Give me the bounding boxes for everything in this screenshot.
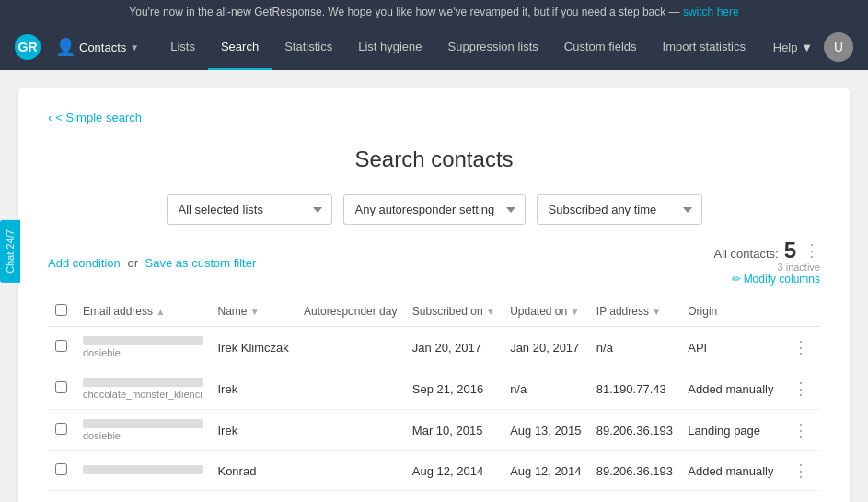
user-avatar[interactable]: U (824, 32, 853, 62)
updated-cell-4: Aug 12, 2014 (503, 451, 589, 491)
or-text: or (127, 256, 138, 270)
table-body: dosiebie Irek Klimczak Jan 20, 2017 Jan … (48, 327, 820, 491)
origin-cell-2: Added manually (680, 368, 781, 410)
row-checkbox-cell (48, 327, 75, 368)
nav-item-statistics[interactable]: Statistics (272, 24, 345, 70)
ip-col-label: IP address (596, 305, 649, 318)
name-cell-3[interactable]: Irek (210, 410, 296, 451)
updated-col-label: Updated on (510, 305, 567, 318)
row-menu-icon-1[interactable]: ⋮ (789, 338, 813, 356)
row-checkbox-2[interactable] (55, 381, 67, 393)
autoresponder-col-label: Autoresponder day (304, 305, 397, 318)
row-actions-4[interactable]: ⋮ (781, 451, 820, 491)
condition-row: Add condition or Save as custom filter A… (48, 239, 820, 286)
add-condition-link[interactable]: Add condition (48, 256, 121, 270)
row-checkbox-1[interactable] (55, 340, 67, 352)
email-blurred-2 (83, 378, 203, 387)
col-ip[interactable]: IP address ▼ (589, 297, 680, 327)
select-all-header (48, 297, 75, 327)
ip-cell-1: n/a (589, 327, 680, 368)
col-actions (781, 297, 820, 327)
row-menu-icon-3[interactable]: ⋮ (789, 421, 813, 439)
switch-link[interactable]: switch here (683, 6, 739, 18)
email-cell-4[interactable] (75, 451, 210, 491)
table-row: dosiebie Irek Klimczak Jan 20, 2017 Jan … (48, 327, 820, 368)
contacts-table: Email address ▲ Name ▼ Autoresponder day… (48, 297, 820, 491)
name-col-label: Name (217, 305, 247, 318)
name-cell-4[interactable]: Konrad (210, 451, 296, 491)
options-icon[interactable]: ⋮ (804, 240, 820, 261)
subscribed-sort-icon: ▼ (486, 307, 495, 317)
avatar-text: U (834, 40, 843, 54)
row-actions-1[interactable]: ⋮ (781, 327, 820, 368)
nav-item-search[interactable]: Search (208, 24, 272, 70)
row-actions-3[interactable]: ⋮ (781, 410, 820, 451)
row-checkbox-cell (48, 451, 75, 491)
condition-links: Add condition or Save as custom filter (48, 256, 256, 270)
subscribed-cell-1: Jan 20, 2017 (405, 327, 503, 368)
updated-sort-icon: ▼ (571, 307, 580, 317)
page-title: Search contacts (48, 146, 820, 172)
col-origin: Origin (680, 297, 781, 327)
row-checkbox-4[interactable] (55, 463, 67, 475)
row-menu-icon-4[interactable]: ⋮ (789, 461, 813, 480)
inactive-text: 3 inactive (732, 262, 820, 273)
nav-item-list-hygiene[interactable]: List hygiene (345, 24, 434, 70)
contacts-menu[interactable]: 👤 Contacts ▼ (55, 37, 139, 57)
nav-item-custom-fields[interactable]: Custom fields (551, 24, 650, 70)
help-chevron: ▼ (801, 41, 813, 54)
name-cell-2[interactable]: Irek (210, 368, 296, 410)
select-all-checkbox[interactable] (55, 304, 67, 316)
subscribed-col-label: Subscribed on (412, 305, 483, 318)
autoresponder-cell-4 (296, 451, 405, 491)
ip-cell-3: 89.206.36.193 (589, 410, 680, 451)
table-header: Email address ▲ Name ▼ Autoresponder day… (48, 297, 820, 327)
row-checkbox-cell (48, 368, 75, 410)
autoresponder-filter[interactable]: Any autoresponder settingActiveInactive (343, 194, 526, 225)
col-email[interactable]: Email address ▲ (75, 297, 210, 327)
contacts-count: 5 (784, 239, 796, 262)
col-subscribed[interactable]: Subscribed on ▼ (405, 297, 503, 327)
updated-cell-1: Jan 20, 2017 (503, 327, 589, 368)
row-checkbox-cell (48, 410, 75, 451)
subscribed-filter[interactable]: Subscribed any timeLast 7 daysLast 30 da… (537, 194, 702, 225)
ip-cell-2: 81.190.77.43 (589, 368, 680, 410)
row-menu-icon-2[interactable]: ⋮ (789, 379, 813, 398)
email-blurred-4 (83, 465, 203, 474)
list-name-3: dosiebie (83, 430, 203, 441)
email-cell-3[interactable]: dosiebie (75, 410, 210, 451)
origin-col-label: Origin (688, 305, 717, 318)
name-cell-1[interactable]: Irek Klimczak (210, 327, 296, 368)
chevron-left-icon: ‹ (48, 111, 52, 124)
simple-search-label: < Simple search (55, 111, 142, 124)
main-wrapper: ‹ < Simple search Search contacts All se… (0, 70, 868, 502)
email-blurred-3 (83, 419, 203, 428)
help-button[interactable]: Help ▼ (773, 41, 813, 54)
row-checkbox-3[interactable] (55, 423, 67, 435)
summary-right: All contacts: 5 ⋮ (714, 239, 820, 262)
table-row: dosiebie Irek Mar 10, 2015 Aug 13, 2015 … (48, 410, 820, 451)
email-cell-1[interactable]: dosiebie (75, 327, 210, 368)
chat-widget[interactable]: Chat 24/7 (0, 220, 20, 283)
email-cell-2[interactable]: chocolate_monster_klienci (75, 368, 210, 410)
banner-text: You're now in the all-new GetResponse. W… (129, 6, 679, 18)
row-actions-2[interactable]: ⋮ (781, 368, 820, 410)
col-updated[interactable]: Updated on ▼ (503, 297, 589, 327)
nav-item-import-statistics[interactable]: Import statistics (650, 24, 758, 70)
modify-columns-button[interactable]: ✏ Modify columns (732, 273, 820, 286)
contacts-label: All contacts: (714, 247, 779, 261)
origin-cell-1: API (680, 327, 781, 368)
col-name[interactable]: Name ▼ (210, 297, 296, 327)
lists-filter[interactable]: All selected listsList 1List 2 (167, 194, 332, 225)
list-name-1: dosiebie (83, 347, 203, 358)
top-banner: You're now in the all-new GetResponse. W… (0, 0, 868, 24)
nav-item-suppression-lists[interactable]: Suppression lists (435, 24, 551, 70)
filter-row: All selected listsList 1List 2 Any autor… (48, 194, 820, 225)
save-custom-filter-link[interactable]: Save as custom filter (145, 256, 257, 270)
table-row: chocolate_monster_klienci Irek Sep 21, 2… (48, 368, 820, 410)
email-col-label: Email address (83, 305, 153, 318)
simple-search-link[interactable]: ‹ < Simple search (48, 111, 142, 124)
subscribed-cell-2: Sep 21, 2016 (405, 368, 503, 410)
modify-columns-label: Modify columns (744, 273, 820, 286)
nav-item-lists[interactable]: Lists (157, 24, 208, 70)
